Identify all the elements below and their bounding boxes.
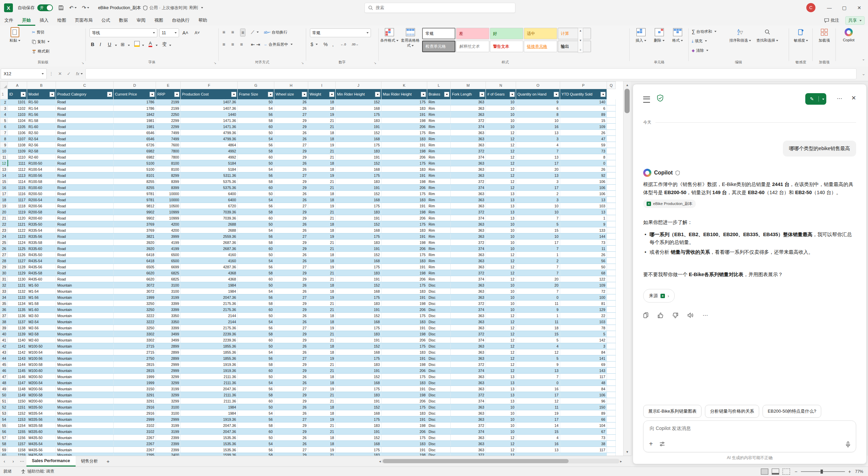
cell[interactable]: 7 [516, 148, 560, 154]
row-number[interactable]: 34 [0, 294, 8, 301]
cell[interactable]: 18 [308, 191, 336, 197]
cell[interactable]: 27 [274, 294, 308, 301]
cell[interactable]: 58 [238, 148, 274, 154]
cell[interactable]: 374 [451, 246, 486, 252]
cell[interactable]: 10 [486, 410, 516, 416]
cell[interactable]: 13 [516, 447, 560, 453]
zoom-level[interactable]: 77% [855, 469, 863, 474]
cell[interactable]: R335-60 [27, 246, 56, 252]
cell[interactable]: 58 [238, 331, 274, 337]
cell[interactable]: 3250 [114, 301, 156, 307]
cell[interactable]: Disc [427, 313, 451, 319]
cell[interactable]: 374 [451, 429, 486, 435]
row-number[interactable]: 57 [0, 435, 8, 441]
close-button[interactable]: ✕ [852, 0, 867, 16]
cell[interactable]: M335-54 [27, 410, 56, 416]
cell[interactable]: 1142 [8, 349, 27, 355]
copilot-input[interactable]: 向 Copilot 发送消息 + [643, 420, 856, 452]
cell[interactable]: R435-54 [27, 258, 56, 264]
cell[interactable]: Mountain [56, 349, 114, 355]
cell[interactable]: 27 [274, 111, 308, 118]
cell[interactable]: 29 [274, 124, 308, 130]
cell[interactable]: 18 [308, 221, 336, 227]
cell[interactable]: 1117 [8, 197, 27, 203]
cell[interactable]: 363 [451, 404, 486, 410]
cell[interactable]: 18 [308, 136, 336, 142]
cell[interactable]: 1440 [181, 111, 238, 118]
cell[interactable] [607, 124, 616, 130]
cell[interactable]: 363 [451, 166, 486, 172]
cell[interactable]: 27 [274, 203, 308, 209]
table-header-cell[interactable]: YTD Quantity Sold [560, 89, 607, 99]
cell[interactable]: Road [56, 124, 114, 130]
cell[interactable]: 21 [308, 368, 336, 374]
cell[interactable]: 363 [451, 221, 486, 227]
cell[interactable]: 191 [381, 294, 427, 301]
cell[interactable]: 3769 [114, 221, 156, 227]
underline-button[interactable]: U [108, 41, 111, 48]
cell[interactable]: M335-58 [27, 422, 56, 429]
cell[interactable]: 9 [560, 221, 607, 227]
row-number[interactable]: 23 [0, 227, 8, 233]
cell[interactable]: 183 [336, 331, 381, 337]
cell[interactable] [607, 343, 616, 349]
cell[interactable]: 2715 [114, 343, 156, 349]
cell[interactable]: 1111 [8, 160, 27, 166]
cell[interactable] [607, 319, 616, 325]
cell[interactable]: 18 [308, 252, 336, 258]
cell[interactable]: 6 [560, 105, 607, 111]
cell[interactable]: 18 [308, 374, 336, 380]
cell[interactable]: 48 [560, 380, 607, 386]
cell[interactable]: Mountain [56, 343, 114, 349]
cell[interactable] [607, 142, 616, 148]
cell[interactable]: 18 [308, 130, 336, 136]
document-title[interactable]: eBike Production_副本 公用 · 上次修改时间: 刚刚 [98, 5, 203, 11]
cell[interactable]: 133 [560, 227, 607, 233]
cell[interactable]: 6825 [156, 270, 181, 276]
cell[interactable]: 12 [486, 179, 516, 185]
cell[interactable]: 4287.36 [181, 264, 238, 270]
cell[interactable]: 4200 [156, 221, 181, 227]
cell[interactable]: 1919.36 [181, 361, 238, 368]
cell[interactable]: 58 [238, 209, 274, 215]
cell[interactable]: Disc [427, 422, 451, 429]
cell[interactable]: 183 [336, 209, 381, 215]
cell[interactable]: 21 [308, 276, 336, 282]
cell[interactable]: Disc [427, 441, 451, 447]
cell[interactable]: 1114 [8, 179, 27, 185]
cell[interactable]: M1-60 [27, 307, 56, 313]
cell[interactable]: 5 [516, 355, 560, 361]
cell[interactable]: 50 [238, 404, 274, 410]
filter-icon[interactable] [21, 92, 26, 97]
cell[interactable]: 50 [238, 191, 274, 197]
cell[interactable]: Disc [427, 380, 451, 386]
cell[interactable]: Rim [427, 105, 451, 111]
cell[interactable]: 1139 [8, 331, 27, 337]
cell[interactable]: 12 [486, 453, 516, 456]
cell[interactable]: 175 [336, 355, 381, 361]
cell[interactable]: 1146 [8, 374, 27, 380]
cell[interactable] [607, 447, 616, 453]
cell[interactable]: 26 [274, 191, 308, 197]
cell[interactable]: Disc [427, 429, 451, 435]
cell[interactable]: Rim [427, 99, 451, 105]
cell[interactable]: Road [56, 191, 114, 197]
cell[interactable]: 363 [451, 294, 486, 301]
cell[interactable]: 363 [451, 105, 486, 111]
table-header-cell[interactable]: Production Cost [181, 89, 238, 99]
cell[interactable] [607, 166, 616, 172]
cell[interactable]: 2175.36 [181, 301, 238, 307]
row-number[interactable]: 49 [0, 386, 8, 392]
cell[interactable]: 4160 [181, 258, 238, 264]
cell[interactable]: 10 [486, 99, 516, 105]
column-header-J[interactable]: J [336, 82, 381, 89]
cell[interactable]: 1140 [8, 337, 27, 343]
cell[interactable] [607, 441, 616, 447]
cell-style-chip[interactable]: 检查单元格 [422, 41, 455, 52]
row-number[interactable]: 3 [0, 105, 8, 111]
cell[interactable]: 60 [238, 276, 274, 282]
new-chat-button[interactable]: ✎ [805, 93, 826, 105]
cell[interactable]: Road [56, 252, 114, 258]
cell[interactable]: 9902 [114, 209, 156, 215]
cell[interactable]: 175 [381, 130, 427, 136]
